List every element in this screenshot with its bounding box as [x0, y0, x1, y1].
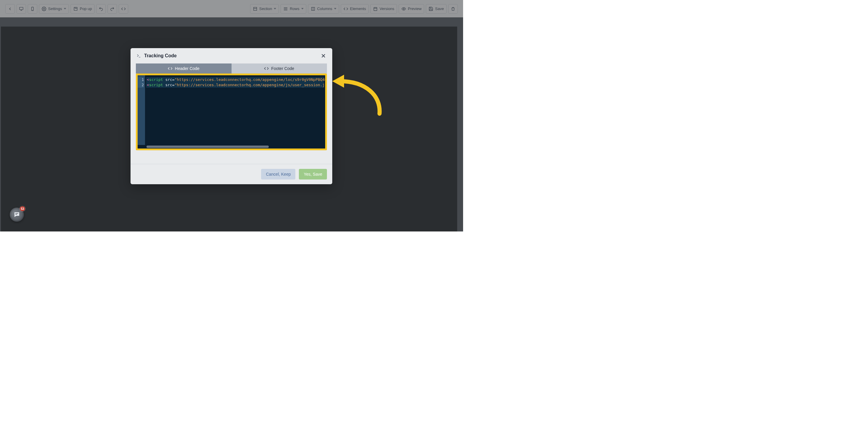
- modal-title: Tracking Code: [144, 53, 177, 58]
- horizontal-scrollbar[interactable]: [137, 145, 325, 149]
- chat-widget[interactable]: 53: [10, 208, 24, 222]
- line-gutter: 1 2: [137, 75, 145, 145]
- terminal-icon: [136, 54, 141, 58]
- code-line: <script src="https://services.leadconnec…: [146, 82, 324, 88]
- scroll-thumb[interactable]: [147, 146, 269, 148]
- tab-header-code[interactable]: Header Code: [136, 63, 231, 73]
- tab-footer-label: Footer Code: [271, 66, 294, 71]
- code-line: <script src="https://services.leadconnec…: [146, 77, 324, 82]
- tab-footer-code[interactable]: Footer Code: [231, 63, 327, 73]
- code-content[interactable]: <script src="https://services.leadconnec…: [145, 75, 325, 145]
- tab-header-label: Header Code: [175, 66, 199, 71]
- modal-body: Header Code Footer Code 1 2 <script src=…: [130, 63, 332, 156]
- line-number: 2: [137, 82, 144, 88]
- tracking-code-modal: Tracking Code Header Code Footer Code: [130, 48, 332, 184]
- modal-footer: Cancel, Keep Yes, Save: [130, 164, 332, 184]
- code-icon: [264, 66, 269, 71]
- code-tabs: Header Code Footer Code: [136, 63, 327, 73]
- code-editor-highlight: 1 2 <script src="https://services.leadco…: [136, 73, 327, 150]
- chat-badge: 53: [20, 206, 25, 211]
- confirm-save-button[interactable]: Yes, Save: [299, 169, 327, 180]
- modal-close-button[interactable]: [320, 53, 327, 59]
- code-icon: [168, 66, 173, 71]
- modal-header: Tracking Code: [130, 48, 332, 63]
- line-number: 1: [137, 77, 144, 82]
- close-icon: [321, 53, 326, 58]
- cancel-button[interactable]: Cancel, Keep: [261, 169, 295, 180]
- chat-icon: [13, 211, 20, 218]
- code-editor[interactable]: 1 2 <script src="https://services.leadco…: [137, 75, 325, 145]
- app-root: Settings Pop up Section Rows: [0, 0, 463, 231]
